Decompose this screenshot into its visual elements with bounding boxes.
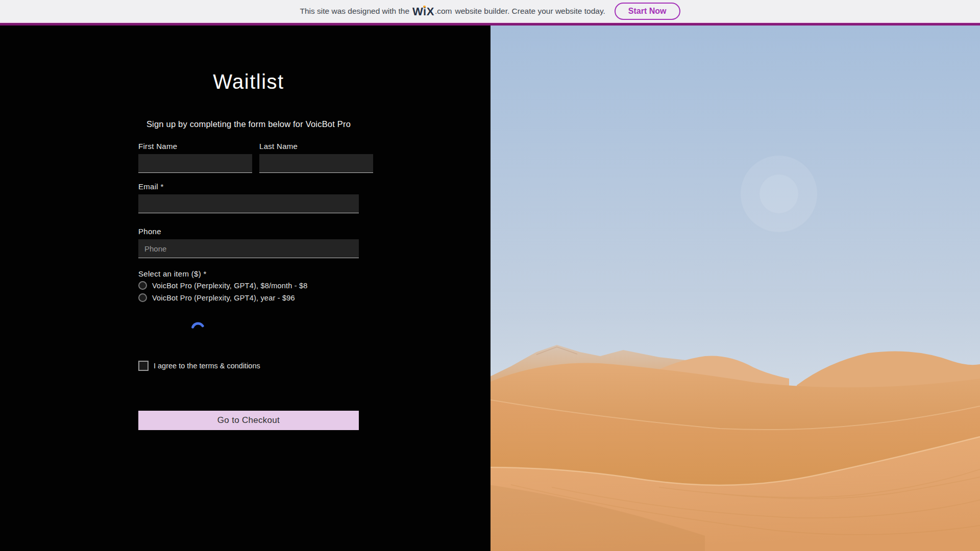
page-content: Waitlist Sign up by completing the form … <box>0 26 980 551</box>
checkbox-icon[interactable] <box>138 361 149 371</box>
page-title: Waitlist <box>138 70 359 93</box>
desert-dunes-image <box>491 26 980 551</box>
first-name-label: First Name <box>138 142 252 151</box>
last-name-label: Last Name <box>259 142 373 151</box>
waitlist-form-panel: Waitlist Sign up by completing the form … <box>0 26 491 551</box>
email-label: Email * <box>138 182 359 191</box>
start-now-button[interactable]: Start Now <box>615 3 680 20</box>
wix-logo: WiX <box>412 5 434 18</box>
plan-option-monthly[interactable]: VoicBot Pro (Perplexity, GPT4), $8/month… <box>138 281 359 290</box>
loading-spinner-icon <box>190 321 206 337</box>
email-field: Email * <box>138 182 359 213</box>
banner-message-prefix: This site was designed with the <box>300 7 409 16</box>
wix-domain-suffix: .com <box>435 7 452 16</box>
first-name-input[interactable] <box>138 154 252 173</box>
banner-message: website builder. Create your website tod… <box>455 7 605 16</box>
phone-label: Phone <box>138 227 359 236</box>
desert-dunes-illustration <box>491 26 980 551</box>
name-fields-row: First Name Last Name <box>138 142 359 173</box>
terms-checkbox-row[interactable]: I agree to the terms & conditions <box>138 361 260 371</box>
form-subtitle: Sign up by completing the form below for… <box>138 118 359 130</box>
radio-button-icon[interactable] <box>138 281 147 290</box>
last-name-input[interactable] <box>259 154 373 173</box>
wix-banner: This site was designed with the WiX .com… <box>0 0 980 22</box>
go-to-checkout-button[interactable]: Go to Checkout <box>138 411 359 430</box>
waitlist-form: Waitlist Sign up by completing the form … <box>138 26 359 302</box>
radio-button-icon[interactable] <box>138 293 147 302</box>
terms-label: I agree to the terms & conditions <box>154 362 260 370</box>
phone-input[interactable] <box>138 239 359 258</box>
plan-option-yearly[interactable]: VoicBot Pro (Perplexity, GPT4), year - $… <box>138 293 359 302</box>
plan-option-label: VoicBot Pro (Perplexity, GPT4), $8/month… <box>152 282 308 290</box>
last-name-field: Last Name <box>259 142 373 173</box>
phone-field: Phone <box>138 227 359 258</box>
select-item-label: Select an item ($) * <box>138 269 359 278</box>
plan-option-label: VoicBot Pro (Perplexity, GPT4), year - $… <box>152 294 295 302</box>
email-input[interactable] <box>138 194 359 213</box>
first-name-field: First Name <box>138 142 252 173</box>
